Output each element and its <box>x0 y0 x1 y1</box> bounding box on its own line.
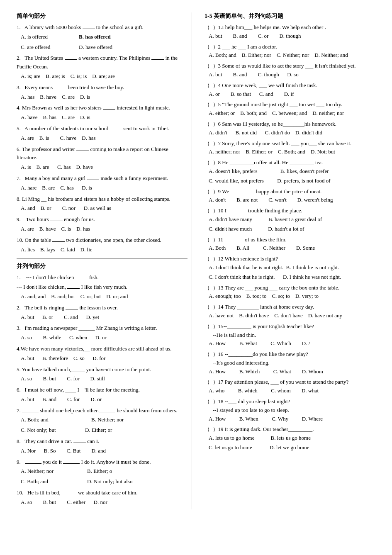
rq12-text: （ ）12 Which sentence is right? <box>205 255 375 263</box>
question-3: 3. Every means been tried to save the bo… <box>17 83 187 102</box>
parallel-q3: 3. I'm reading a newspaper ______ Mr Zha… <box>17 324 187 342</box>
rq10-opts2: C. didn't have much D. hadn't a lot of <box>205 225 375 234</box>
q9-options: A. are B. have C. is D. has <box>17 225 187 234</box>
section1-title: 简单句部分 <box>17 12 187 20</box>
pq9-options: A. Neither; nor B. Either; o <box>17 467 187 476</box>
q4-options: A. have B. has C. are D. is <box>17 113 187 122</box>
rq18-text2: --I stayed up too late to go to sleep. <box>205 406 375 415</box>
q7-opt: A. hare B. are C. has D. is <box>21 184 92 192</box>
rq7-opts: A. neither; nor B. Either; or C. Both; a… <box>205 148 375 156</box>
parallel-q10: 10. He is ill in bed,______ we should ta… <box>17 489 187 507</box>
rq10: （ ）10 I _______ trouble finding the plac… <box>205 207 375 233</box>
rq5-opts: A. either; or B. both; and C. between; a… <box>205 109 375 118</box>
rq7: （ ）7 Sorry, there's only one seat left. … <box>205 139 375 157</box>
question-2: 2. The United States a western country. … <box>17 54 187 80</box>
q3-options: A. has B. have C. are D. is <box>17 93 187 102</box>
rq10-text: （ ）10 I _______ trouble finding the plac… <box>205 207 375 215</box>
q1-text: 1. A library with 5000 books to the scho… <box>17 23 187 32</box>
q10-text: 10. On the table two dictionaries, one o… <box>17 236 187 245</box>
rq12-opts2: C. I don't think that he is right. D. I … <box>205 273 375 282</box>
question-7: 7. Many a boy and many a girl made such … <box>17 174 187 192</box>
rq15-opts: A. How B. What C. Which D. / <box>205 339 375 348</box>
rq11-opts: A. Both B. All C. Neither D. Some <box>205 244 375 253</box>
pq1-options: A. and; and B. and; but C. or; but D. or… <box>17 292 187 301</box>
rq6: （ ）6 Sam was ill yesterday, so he_______… <box>205 120 375 137</box>
q9-opt: A. are B. have C. is D. has <box>21 225 90 234</box>
question-1: 1. A library with 5000 books to the scho… <box>17 23 187 51</box>
q1-opt-c: C. are offered <box>21 43 71 52</box>
pq3-options: A. so B. while C. when D. or <box>17 333 187 342</box>
pq5-options: A. so B. but C. for D. still <box>17 375 187 383</box>
pq1-opt: A. and; and B. and; but C. or; but D. or… <box>21 292 128 301</box>
section-divider <box>17 258 187 258</box>
q8-options: A. and B. or C. nor D. as well as <box>17 204 187 213</box>
rq6-opts: A. didn't B. not did C. didn't do D. did… <box>205 129 375 137</box>
rq8-opts2: C. would like, not prefers D. prefers, i… <box>205 177 375 185</box>
right-section-title: 1-5 英语简单句、并列句练习题 <box>205 12 375 20</box>
pq9-text: 9. you do it I do it. Anyhow it must be … <box>17 458 187 467</box>
rq15-text2: --He is tall and thin. <box>205 331 375 340</box>
rq2: （ ）2 ___ he ___ I am a doctor. A. Both; … <box>205 43 375 60</box>
rq13-text: （ ）13 They are ___ young ___ carry the b… <box>205 284 375 292</box>
pq2-text: 2. The bell is ringing the lesson is ove… <box>17 304 187 312</box>
rq9-opts: A. don't B. are not C. won't D. weren't … <box>205 196 375 204</box>
q8-opt: A. and B. or C. nor D. as well as <box>21 204 111 213</box>
pq7-opt-b: B. Neither; nor <box>91 416 141 424</box>
pq7-options2: C. Not only; but D. Either; or <box>17 426 187 435</box>
parallel-q4: 4.We have won many victories,__ more dif… <box>17 345 187 363</box>
q4-text: 4. Mrs Brown as well as her two sisters … <box>17 104 187 112</box>
rq17-text: （ ）17 Pay attention please, ___ of you w… <box>205 378 375 387</box>
q6-options: A. is B. are C. has D. have <box>17 163 187 172</box>
q2-options: A. is; are B. are; is C. is; is D. are; … <box>17 72 187 81</box>
rq4-text: （ ）4 One more week, ___ we will finish t… <box>205 81 375 90</box>
pq7-options: A. Both; and B. Neither; nor <box>17 416 187 424</box>
rq2-opts: A. Both; and B. Either; nor C. Neither; … <box>205 51 375 60</box>
pq1-text2: --- I don't like chicken, I like fish ve… <box>17 283 187 292</box>
pq4-options: A. but B. therefore C. so D. for <box>17 354 187 363</box>
parallel-q9: 9. you do it I do it. Anyhow it must be … <box>17 458 187 486</box>
pq7-text: 7. should one help each other. he should… <box>17 407 187 415</box>
q4-opt: A. have B. has C. are D. is <box>21 113 90 122</box>
pq8-options: A. Nor B. So C. But D. and <box>17 447 187 455</box>
question-4: 4. Mrs Brown as well as her two sisters … <box>17 104 187 122</box>
rq8: （ ）8 He _________coffee at all. He _____… <box>205 158 375 185</box>
pq5-text: 5. You have talked much,_____ you haven'… <box>17 365 187 374</box>
rq19-opts1: A. lets us to go home B. lets us go home <box>205 434 375 443</box>
q1-opt-d: D. have offered <box>79 43 129 52</box>
rq8-text: （ ）8 He _________coffee at all. He _____… <box>205 158 375 167</box>
rq14-opts: A. have not B. didn't have C. don't have… <box>205 312 375 320</box>
pq9-options2: C. Both; and D. Not only; but also <box>17 477 187 486</box>
rq1-opts: A. but B. and C. or D. though <box>205 32 375 41</box>
pq3-opt: A. so B. while C. when D. or <box>21 333 107 342</box>
rq15-text: （ ）15--_________ is your English teacher… <box>205 322 375 331</box>
rq19-opts2: C. let us go to home D. let we go home <box>205 443 375 452</box>
rq5-text: （ ）5 "The ground must be just right ___ … <box>205 100 375 109</box>
rq4-opts: A. or B. so that C. and D. if <box>205 90 375 99</box>
q5-opt: A. are B. is C. have D. has <box>21 134 96 143</box>
rq19: （ ）19 It is getting dark. Our teacher___… <box>205 425 375 452</box>
pq5-opt: A. so B. but C. for D. still <box>21 375 105 383</box>
rq18: （ ）18 --___ did you sleep last night? --… <box>205 397 375 423</box>
rq7-text: （ ）7 Sorry, there's only one seat left. … <box>205 139 375 148</box>
section2-title: 并列句部分 <box>17 263 187 270</box>
rq3-opts: A. but B. and C. though D. so <box>205 71 375 79</box>
rq10-opts1: A. didn't have many B. haven't a great d… <box>205 215 375 224</box>
question-8: 8. Li Ming __ his brothers and sisters h… <box>17 195 187 213</box>
left-column: 简单句部分 1. A library with 5000 books to th… <box>17 12 192 509</box>
q1-options2: C. are offered D. have offered <box>17 43 187 52</box>
question-5: 5. A number of the students in our schoo… <box>17 124 187 143</box>
pq9-opt-b: B. Either; o <box>87 467 137 476</box>
q10-opt: A. lies B. lays C. laid D. lie <box>21 246 93 254</box>
q9-text: 9. Two hours enough for us. <box>17 215 187 224</box>
rq18-text: （ ）18 --___ did you sleep last night? <box>205 397 375 406</box>
pq9-opt-a: A. Neither; nor <box>21 467 71 476</box>
pq9-opt-d: D. Not only; but also <box>87 477 137 486</box>
rq16-text: （ ）16 --_________do you like the new pla… <box>205 350 375 359</box>
pq4-text: 4.We have won many victories,__ more dif… <box>17 345 187 353</box>
q5-options: A. are B. is C. have D. has <box>17 134 187 143</box>
pq9-opt-c: C. Both; and <box>21 477 71 486</box>
right-column: 1-5 英语简单句、并列句练习题 （ ）1.I help him___ he h… <box>200 12 375 509</box>
q2-opt: A. is; are B. are; is C. is; is D. are; … <box>21 72 115 81</box>
pq8-text: 8. They can't drive a car. can I. <box>17 437 187 446</box>
pq10-opt: A. so B. but C. either D. nor <box>21 498 107 507</box>
